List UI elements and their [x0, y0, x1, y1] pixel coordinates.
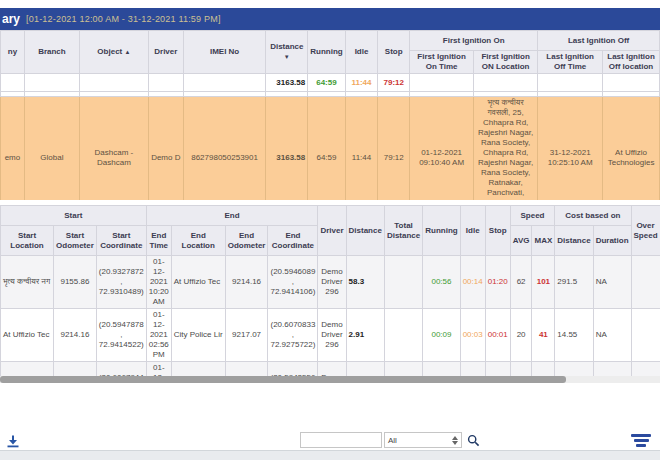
col-header-stop[interactable]: Stop: [378, 31, 410, 74]
trip-stop: 00:08: [485, 362, 510, 377]
group-header-last-ignition-off: Last Ignition Off: [538, 31, 660, 51]
trip-cost-duration: NA: [593, 309, 631, 362]
col-header-object[interactable]: Object ▲: [79, 31, 148, 74]
trip-end-coordinate: (20.5942556 , 72.9414906): [268, 362, 318, 377]
group-header-first-ignition-on: First Ignition On: [410, 31, 538, 51]
col-header-start-odometer[interactable]: Start Odometer: [54, 226, 97, 256]
trip-distance: 2.88: [346, 362, 384, 377]
trip-stop: 00:01: [485, 309, 510, 362]
trip-cost-duration: NA: [593, 256, 631, 309]
col-header-trip-distance[interactable]: Distance: [346, 206, 384, 256]
group-header-start: Start: [1, 206, 147, 226]
search-input[interactable]: [300, 432, 382, 448]
horizontal-scrollbar[interactable]: [0, 376, 660, 383]
cell-object: Dashcam - Dashcam: [79, 97, 148, 201]
col-header-cost-duration[interactable]: Duration: [593, 226, 631, 256]
trip-end-location: At Uffizio Tec: [171, 256, 225, 309]
col-header-distance[interactable]: Distance ▼: [266, 31, 308, 74]
total-stop: 79:12: [378, 74, 410, 92]
trip-max-speed: 42: [532, 362, 555, 377]
col-header-avg-speed[interactable]: AVG: [510, 226, 532, 256]
col-header-trip-driver[interactable]: Driver: [318, 206, 346, 256]
cell-stop: 79:12: [378, 97, 410, 201]
trip-running: 00:09: [423, 309, 460, 362]
trip-cost-duration: NA: [593, 362, 631, 377]
cell-first-ignition-location: भृत्य कन्वीयर गवसली, 25, Chhapra Rd, Raj…: [474, 97, 538, 201]
vehicle-summary-row[interactable]: emo Global Dashcam - Dashcam Demo D 8627…: [1, 97, 660, 201]
col-header-company[interactable]: ny: [1, 31, 25, 74]
trip-end-coordinate: (20.6070833 , 72.9275722): [268, 309, 318, 362]
trip-start-odometer: 9217.07: [54, 362, 97, 377]
col-header-end-coordinate[interactable]: End Coordinate: [268, 226, 318, 256]
col-header-total-distance[interactable]: Total Distance: [384, 206, 422, 256]
cell-last-ignition-location: At Uffizio Technologies: [603, 97, 660, 201]
group-header-cost-based-on: Cost based on: [555, 206, 631, 226]
summary-totals-row: 3163.58 64:59 11:44 79:12: [1, 74, 660, 92]
trip-max-speed: 41: [532, 309, 555, 362]
col-header-max-speed[interactable]: MAX: [532, 226, 555, 256]
trip-row[interactable]: alaram Man 9217.07 (20.6067944 , 72.9277…: [1, 362, 660, 377]
trip-idle: 00:03: [460, 309, 485, 362]
col-header-branch[interactable]: Branch: [24, 31, 79, 74]
trip-cost-distance: 14.40: [555, 362, 593, 377]
cell-first-ignition-time: 01-12-2021 09:10:40 AM: [410, 97, 474, 201]
col-header-over-speed[interactable]: Over Speed: [631, 206, 660, 256]
download-icon[interactable]: [6, 434, 20, 448]
col-header-running[interactable]: Running: [308, 31, 345, 74]
column-filter-value: All: [388, 436, 397, 445]
trip-start-odometer: 9214.16: [54, 309, 97, 362]
trip-driver: Demo Driver 296: [318, 256, 346, 309]
trip-start-coordinate: (20.5947878 , 72.9414522): [96, 309, 146, 362]
trip-end-time: 01-12-2021 03:07 PM: [146, 362, 171, 377]
cell-distance: 3163.58: [266, 97, 308, 201]
trip-distance: 2.91: [346, 309, 384, 362]
total-idle: 11:44: [345, 74, 378, 92]
trip-row[interactable]: भृत्य कन्वीयर नग 9155.86 (20.9327872 , 7…: [1, 256, 660, 309]
trip-distance: 58.3: [346, 256, 384, 309]
trip-end-time: 01-12-2021 10:20 AM: [146, 256, 171, 309]
col-header-end-time[interactable]: End Time: [146, 226, 171, 256]
column-filter-select[interactable]: All: [384, 432, 462, 448]
col-header-start-location[interactable]: Start Location: [1, 226, 54, 256]
col-header-trip-running[interactable]: Running: [423, 206, 460, 256]
group-header-speed: Speed: [510, 206, 555, 226]
col-header-start-coordinate[interactable]: Start Coordinate: [96, 226, 146, 256]
trip-row[interactable]: At Uffizio Tec 9214.16 (20.5947878 , 72.…: [1, 309, 660, 362]
trip-cost-distance: 291.5: [555, 256, 593, 309]
col-header-first-ignition-location[interactable]: First Ignition ON Location: [474, 51, 538, 74]
col-header-end-odometer[interactable]: End Odometer: [225, 226, 268, 256]
trip-start-location: भृत्य कन्वीयर नग: [1, 256, 54, 309]
col-header-imei[interactable]: IMEI No: [183, 31, 266, 74]
trip-end-odometer: 9217.07: [225, 309, 268, 362]
trip-running: 00:56: [423, 256, 460, 309]
bottom-toolbar: All: [0, 430, 660, 450]
trip-cost-distance: 14.55: [555, 309, 593, 362]
col-header-end-location[interactable]: End Location: [171, 226, 225, 256]
col-header-trip-idle[interactable]: Idle: [460, 206, 485, 256]
select-stepper-icon: [452, 436, 458, 445]
group-header-end: End: [146, 206, 318, 226]
trip-max-speed: 101: [532, 256, 555, 309]
search-icon[interactable]: [467, 434, 480, 447]
col-header-first-ignition-time[interactable]: First Ignition On Time: [410, 51, 474, 74]
col-header-trip-stop[interactable]: Stop: [485, 206, 510, 256]
report-window: ary [01-12-2021 12:00 AM - 31-12-2021 11…: [0, 0, 660, 460]
horizontal-scrollbar-thumb[interactable]: [0, 376, 566, 383]
trip-end-location: City Police Lir: [171, 309, 225, 362]
trip-total-distance: [384, 309, 422, 362]
trip-start-coordinate: (20.9327872 , 72.9310489): [96, 256, 146, 309]
col-header-last-ignition-time[interactable]: Last Ignition Off Time: [538, 51, 603, 74]
col-header-last-ignition-location[interactable]: Last Ignition Off location: [603, 51, 660, 74]
cell-company: emo: [1, 97, 25, 201]
export-menu-icon[interactable]: [630, 431, 652, 449]
col-header-idle[interactable]: Idle: [345, 31, 378, 74]
cell-imei: 862798050253901: [183, 97, 266, 201]
col-header-cost-distance[interactable]: Distance: [555, 226, 593, 256]
col-header-driver[interactable]: Driver: [148, 31, 183, 74]
total-running: 64:59: [308, 74, 345, 92]
cell-driver: Demo D: [148, 97, 183, 201]
trips-table: Start End Driver Distance Total Distance…: [0, 205, 660, 376]
cell-last-ignition-time: 31-12-2021 10:25:10 AM: [538, 97, 603, 201]
trip-driver: Demo Driver 296: [318, 309, 346, 362]
cell-running: 64:59: [308, 97, 345, 201]
